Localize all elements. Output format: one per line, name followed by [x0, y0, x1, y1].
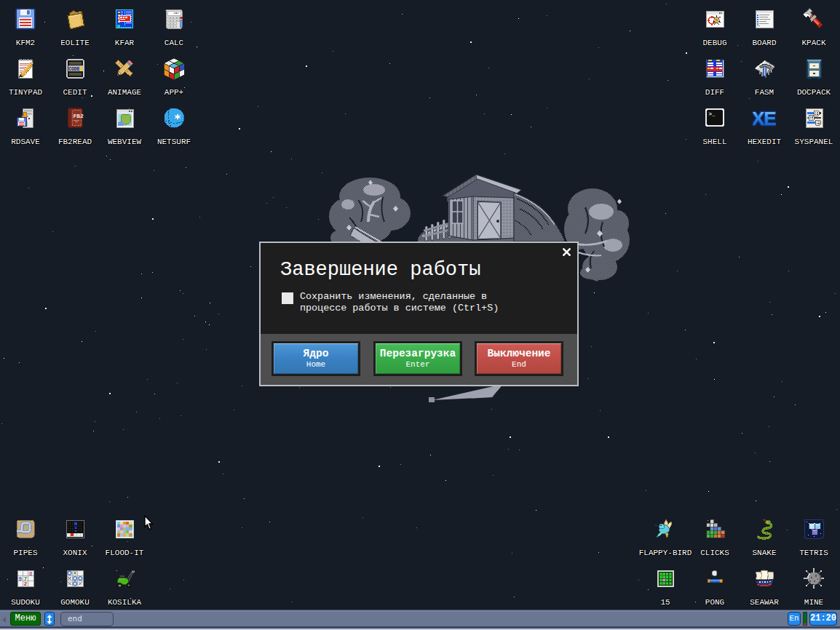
svg-text:>_: >_ [709, 111, 716, 117]
svg-text:CODE: CODE [69, 66, 80, 72]
svg-text:XE: XE [753, 108, 776, 129]
svg-text:2: 2 [24, 581, 28, 587]
svg-text:9: 9 [18, 575, 22, 582]
svg-text:8: 8 [29, 570, 33, 577]
svg-text:FB2: FB2 [74, 113, 84, 119]
